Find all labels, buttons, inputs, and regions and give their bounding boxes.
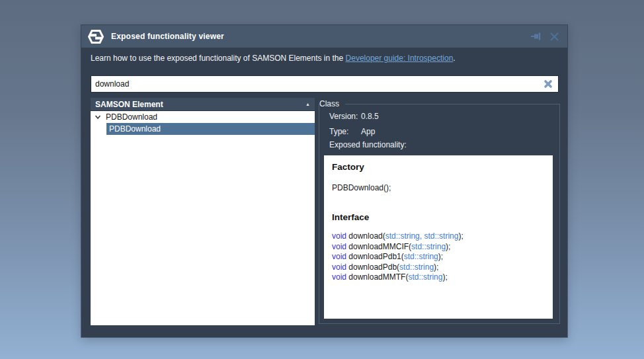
version-value: 0.8.5 (361, 112, 379, 121)
samson-logo-icon (88, 30, 104, 44)
clear-search-button[interactable] (542, 78, 554, 90)
search-input[interactable] (95, 79, 542, 89)
exposed-functionality-viewer-window: Exposed functionality viewer Learn how t… (81, 25, 567, 337)
close-button[interactable] (547, 30, 561, 42)
functionality-doc-view[interactable]: Factory PDBDownload(); Interface void do… (324, 155, 553, 319)
tree-item-selected[interactable]: PDBDownload (106, 123, 315, 135)
chevron-down-icon[interactable] (94, 113, 102, 121)
dock-pin-button[interactable] (530, 30, 543, 42)
version-label: Version: (329, 112, 361, 121)
method-signature: void downloadPdb(std::string); (332, 262, 553, 273)
tree-row-child[interactable]: PDBDownload (91, 123, 315, 135)
window-title: Exposed functionality viewer (111, 32, 224, 41)
titlebar[interactable]: Exposed functionality viewer (81, 25, 567, 48)
groupbox-legend: Class (319, 99, 345, 109)
sort-ascending-icon: ▲ (305, 102, 310, 106)
class-groupbox: Class Version: 0.8.5 Type: App Exposed f… (319, 104, 560, 324)
tree-item-label: PDBDownload (106, 112, 157, 122)
clear-x-icon (543, 79, 553, 89)
method-signature: void downloadMMTF(std::string); (332, 272, 553, 283)
tree-row-parent[interactable]: PDBDownload (91, 111, 315, 123)
factory-signature: PDBDownload(); (332, 183, 553, 192)
method-signature: void downloadPdb1(std::string); (332, 252, 553, 262)
close-icon (549, 32, 559, 42)
search-box (91, 75, 559, 93)
type-label: Type: (329, 127, 361, 136)
developer-guide-link[interactable]: Developer guide: Introspection (346, 54, 454, 63)
type-field: Type: App (329, 127, 379, 136)
type-value: App (361, 127, 375, 136)
class-fields: Version: 0.8.5 Type: App (329, 112, 379, 142)
exposed-functionality-label: Exposed functionality: (329, 140, 407, 149)
method-signature: void download(std::string, std::string); (332, 231, 553, 242)
intro-text: Learn how to use the exposed functionali… (91, 54, 456, 63)
pin-icon (530, 32, 542, 41)
method-signature: void downloadMMCIF(std::string); (332, 242, 553, 253)
interface-method-list: void download(std::string, std::string);… (332, 231, 553, 283)
samson-element-tree: SAMSON Element ▲ PDBDownload PDBDownload (91, 98, 315, 325)
intro-text-after: . (453, 54, 455, 63)
intro-text-before: Learn how to use the exposed functionali… (91, 54, 346, 63)
tree-item-label: PDBDownload (109, 124, 161, 134)
version-field: Version: 0.8.5 (329, 112, 379, 121)
interface-heading: Interface (332, 212, 553, 222)
column-header-label: SAMSON Element (95, 100, 163, 109)
column-header-samson-element[interactable]: SAMSON Element ▲ (91, 98, 315, 111)
factory-heading: Factory (332, 162, 553, 172)
